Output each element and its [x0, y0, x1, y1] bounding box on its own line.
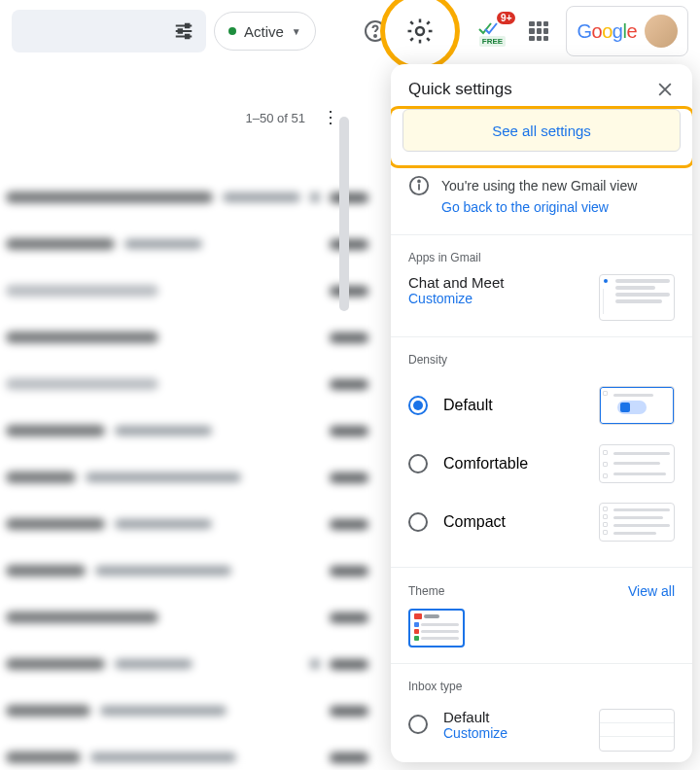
density-compact-label: Compact	[443, 513, 506, 531]
density-option-comfortable[interactable]: Comfortable	[408, 435, 675, 493]
theme-section: Theme View all	[391, 568, 692, 664]
see-all-settings-button[interactable]: See all settings	[402, 109, 681, 152]
chat-and-meet-label: Chat and Meet	[408, 274, 504, 291]
pagination-row: 1–50 of 51 ⋯	[0, 107, 350, 128]
status-label: Active	[244, 23, 284, 40]
see-all-settings-highlight: See all settings	[391, 109, 692, 165]
scrollbar[interactable]	[339, 117, 349, 311]
help-icon	[364, 19, 387, 43]
inbox-default-label: Default	[443, 709, 508, 725]
status-active-dropdown[interactable]: Active ▼	[214, 12, 316, 51]
top-bar: Active ▼ 9+ FREE Google	[0, 0, 700, 62]
apps-grid-icon	[529, 21, 548, 41]
view-all-themes-link[interactable]: View all	[628, 583, 675, 599]
svg-point-5	[416, 27, 424, 35]
info-icon	[408, 175, 430, 196]
customize-inbox-link[interactable]: Customize	[443, 725, 508, 741]
inbox-section-title: Inbox type	[408, 680, 675, 693]
page-icon	[617, 401, 647, 414]
panel-title: Quick settings	[408, 80, 512, 99]
radio-icon	[408, 454, 428, 473]
info-line1: You're using the new Gmail view	[441, 175, 637, 196]
account-box[interactable]: Google	[566, 6, 688, 56]
theme-default-thumbnail[interactable]	[408, 609, 465, 648]
density-option-compact[interactable]: Compact	[408, 493, 675, 551]
density-default-thumbnail	[599, 386, 675, 425]
avatar[interactable]	[645, 15, 678, 48]
go-back-original-view-link[interactable]: Go back to the original view	[441, 196, 637, 218]
svg-rect-1	[179, 29, 183, 33]
density-default-label: Default	[443, 397, 493, 414]
apps-in-gmail-section: Apps in Gmail Chat and Meet Customize	[391, 235, 692, 337]
density-comfortable-label: Comfortable	[443, 455, 528, 472]
density-section-title: Density	[408, 353, 675, 367]
close-button[interactable]	[655, 80, 675, 99]
customize-apps-link[interactable]: Customize	[408, 291, 504, 306]
radio-icon	[408, 512, 428, 532]
density-comfortable-thumbnail	[599, 444, 675, 483]
apps-thumbnail	[599, 274, 675, 321]
notification-badge: 9+	[497, 12, 515, 24]
radio-icon	[408, 715, 428, 734]
radio-icon	[408, 396, 428, 415]
inbox-type-section: Inbox type Default Customize	[391, 664, 692, 762]
see-all-label: See all settings	[492, 122, 591, 139]
apps-section-title: Apps in Gmail	[408, 251, 675, 264]
extensions-button[interactable]: 9+ FREE	[472, 12, 511, 51]
email-list-blurred	[0, 62, 374, 770]
status-dot-icon	[228, 27, 236, 35]
inbox-option-default[interactable]: Default Customize	[408, 709, 508, 741]
gmail-logo-icon	[414, 613, 422, 619]
tune-icon	[173, 20, 194, 42]
chevron-down-icon: ▼	[292, 26, 301, 37]
google-logo: Google	[577, 20, 637, 43]
density-compact-thumbnail	[599, 503, 675, 542]
density-option-default[interactable]: Default	[408, 376, 675, 435]
svg-rect-2	[186, 35, 190, 39]
gear-icon	[405, 17, 435, 46]
theme-section-title: Theme	[408, 584, 444, 598]
svg-rect-0	[186, 24, 190, 28]
more-options-button[interactable]: ⋯	[321, 109, 342, 126]
search-filters-pill[interactable]	[12, 10, 206, 52]
density-section: Density Default Comfortable	[391, 337, 692, 568]
page-range-text: 1–50 of 51	[246, 111, 305, 125]
new-view-info: You're using the new Gmail view Go back …	[391, 165, 692, 235]
quick-settings-panel: Quick settings See all settings You're u…	[391, 64, 692, 762]
svg-point-4	[374, 35, 376, 37]
double-check-icon	[478, 21, 502, 37]
svg-point-8	[418, 181, 420, 183]
inbox-default-thumbnail	[599, 709, 675, 752]
free-badge: FREE	[479, 36, 506, 47]
google-apps-button[interactable]	[519, 12, 558, 51]
